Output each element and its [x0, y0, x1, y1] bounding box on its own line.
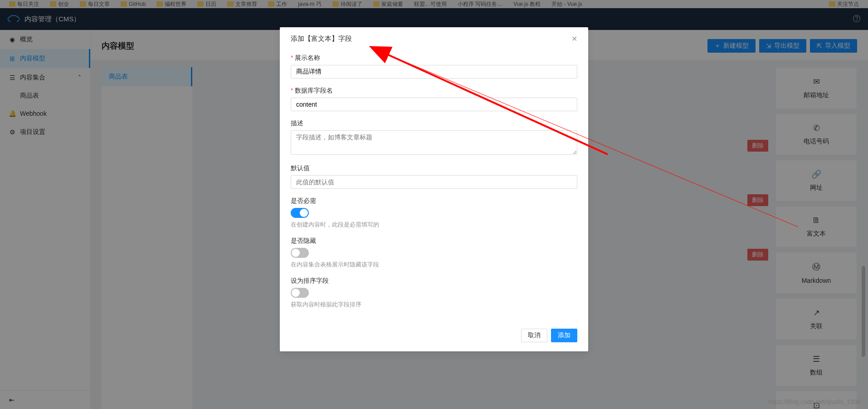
required-hint: 在创建内容时，此段是必需填写的 — [291, 221, 577, 229]
sort-field-switch[interactable] — [291, 288, 309, 298]
description-label: 描述 — [291, 119, 577, 128]
add-button[interactable]: 添加 — [551, 329, 577, 342]
display-name-input[interactable] — [291, 65, 577, 79]
required-switch[interactable] — [291, 208, 309, 218]
db-field-label: *数据库字段名 — [291, 87, 577, 95]
display-name-label: *展示名称 — [291, 54, 577, 62]
hidden-switch[interactable] — [291, 248, 309, 258]
required-label: 是否必需 — [291, 197, 577, 205]
sort-field-label: 设为排序字段 — [291, 277, 577, 285]
close-icon[interactable]: ✕ — [571, 34, 577, 43]
description-textarea[interactable] — [291, 130, 577, 155]
hidden-label: 是否隐藏 — [291, 237, 577, 245]
sort-field-hint: 获取内容时根据此字段排序 — [291, 301, 577, 309]
cancel-button[interactable]: 取消 — [521, 329, 547, 342]
add-field-modal: 添加【富文本】字段 ✕ *展示名称 *数据库字段名 描述 默认值 是否必需 在创… — [280, 27, 588, 351]
db-field-input[interactable] — [291, 98, 577, 111]
modal-title: 添加【富文本】字段 — [291, 34, 352, 43]
hidden-hint: 在内容集合表格展示时隐藏该字段 — [291, 261, 577, 269]
default-value-input[interactable] — [291, 175, 577, 189]
default-value-label: 默认值 — [291, 164, 577, 172]
